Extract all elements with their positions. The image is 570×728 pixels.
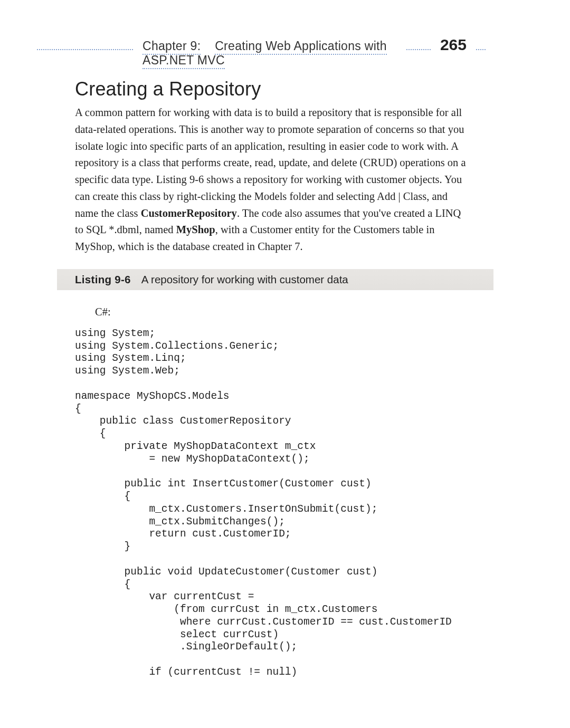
listing-title: A repository for working with customer d… xyxy=(141,273,348,286)
chapter-label: Chapter 9: Creating Web Applications wit… xyxy=(142,39,397,68)
dbml-name-bold: MyShop xyxy=(176,224,215,235)
body-paragraph: A common pattern for working with data i… xyxy=(75,104,470,255)
page-number: 265 xyxy=(440,36,467,54)
paragraph-text-a: A common pattern for working with data i… xyxy=(75,107,466,219)
listing-bar: Listing 9-6 A repository for working wit… xyxy=(57,269,493,290)
dotted-leader-right xyxy=(476,49,486,50)
section-title: Creating a Repository xyxy=(75,78,470,100)
code-language-label: C#: xyxy=(95,306,470,318)
code-block: using System; using System.Collections.G… xyxy=(75,328,470,679)
content-area: Creating a Repository A common pattern f… xyxy=(75,78,470,679)
listing-label: Listing 9-6 xyxy=(75,273,131,286)
dotted-leader-mid xyxy=(406,49,431,50)
chapter-number: Chapter 9: xyxy=(142,39,201,55)
page-header: Chapter 9: Creating Web Applications wit… xyxy=(0,36,570,68)
class-name-bold: CustomerRepository xyxy=(141,207,237,219)
dotted-leader-left xyxy=(37,49,133,50)
